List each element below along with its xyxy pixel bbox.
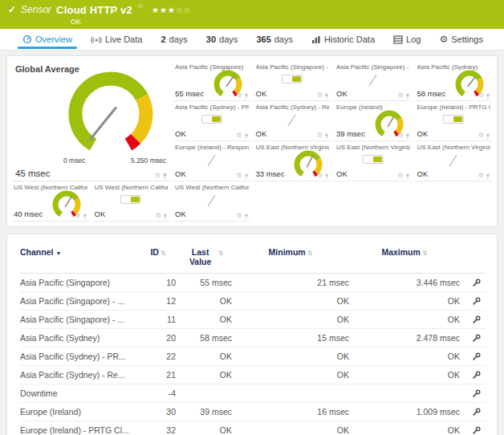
table-row[interactable]: Europe (Ireland) - PRTG Cl... 32 OK OK O… xyxy=(20,421,486,435)
cell-channel[interactable]: Asia Pacific (Singapore) xyxy=(20,278,140,287)
table-row[interactable]: Asia Pacific (Singapore) - ... 11 OK OK … xyxy=(20,311,486,329)
gear-icon[interactable]: ⚙ xyxy=(397,132,403,139)
channel-tile[interactable]: Asia Pacific (Singapore) 55 msec ⚙ xyxy=(173,61,250,101)
pin-icon[interactable] xyxy=(324,133,329,139)
channel-tile[interactable]: US East (Northern Virginia) - ... OK ⚙ xyxy=(335,141,412,181)
column-header-minimum[interactable]: Minimum⇅ xyxy=(232,247,349,257)
pin-icon[interactable] xyxy=(244,133,249,139)
pin-icon[interactable] xyxy=(486,93,490,99)
column-header-maximum[interactable]: Maximum⇅ xyxy=(349,247,460,257)
gear-icon[interactable]: ⚙ xyxy=(317,92,323,99)
pin-icon[interactable] xyxy=(405,93,410,99)
cell-channel[interactable]: Europe (Ireland) xyxy=(20,407,140,417)
channel-tile[interactable]: Europe (Ireland) 39 msec ⚙ xyxy=(335,101,412,141)
table-row[interactable]: Asia Pacific (Sydney) - Re... 21 OK OK O… xyxy=(20,366,486,384)
wrench-icon[interactable] xyxy=(472,426,481,435)
wrench-icon[interactable] xyxy=(472,334,481,343)
gear-icon[interactable]: ⚙ xyxy=(236,92,242,99)
channel-tile[interactable]: US East (Northern Virginia) 33 msec ⚙ xyxy=(254,141,331,181)
channel-tile[interactable]: US East (Northern Virginia) - ... OK ⚙ xyxy=(416,141,493,181)
pin-icon[interactable] xyxy=(244,213,249,219)
gear-icon[interactable]: ⚙ xyxy=(156,213,161,219)
channel-tile[interactable]: Asia Pacific (Sydney) - Respo... OK ⚙ xyxy=(254,101,331,141)
wrench-icon[interactable] xyxy=(472,371,481,380)
tab-label: Overview xyxy=(35,35,72,44)
column-header-last-value[interactable]: Last Value⇅ xyxy=(176,247,232,266)
tab-overview[interactable]: Overview xyxy=(22,29,72,50)
tile-title: Europe (Ireland) - PRTG Cloud... xyxy=(417,104,491,111)
cell-channel[interactable]: Asia Pacific (Singapore) - ... xyxy=(20,315,140,324)
pin-icon[interactable] xyxy=(162,173,168,179)
pin-icon[interactable] xyxy=(486,133,490,139)
cell-channel[interactable]: Asia Pacific (Sydney) xyxy=(20,333,140,343)
pin-icon[interactable] xyxy=(163,213,168,219)
cell-channel[interactable]: Europe (Ireland) - PRTG Cl... xyxy=(20,425,140,435)
tab-log[interactable]: Log xyxy=(393,29,421,50)
cell-channel[interactable]: Downtime xyxy=(20,388,140,398)
channel-tile[interactable]: Europe (Ireland) - PRTG Cloud... OK ⚙ xyxy=(416,101,493,141)
channel-table-panel: Channel▼ ID⇅ Last Value⇅ Minimum⇅ Maximu… xyxy=(6,234,498,435)
wrench-icon[interactable] xyxy=(472,352,481,361)
channel-tile[interactable]: US West (Northern California)... OK ⚙ xyxy=(173,181,250,222)
gear-icon[interactable]: ⚙ xyxy=(478,132,484,139)
table-row[interactable]: Asia Pacific (Singapore) 10 55 msec 21 m… xyxy=(20,274,486,292)
cell-channel[interactable]: Asia Pacific (Sydney) - Re... xyxy=(20,370,140,380)
pin-icon[interactable] xyxy=(244,93,249,99)
gear-icon[interactable]: ⚙ xyxy=(317,132,323,139)
channel-tile[interactable]: US West (Northern California)... OK ⚙ xyxy=(93,181,170,222)
pin-icon[interactable] xyxy=(244,173,249,179)
cell-maximum: OK xyxy=(349,370,460,380)
table-row[interactable]: Europe (Ireland) 30 39 msec 16 msec 1.00… xyxy=(20,403,486,421)
gear-icon[interactable]: ⚙ xyxy=(155,173,161,179)
channel-tile[interactable]: Europe (Ireland) - Response C... OK ⚙ xyxy=(173,141,250,181)
cell-channel[interactable]: Asia Pacific (Sydney) - PR... xyxy=(20,352,140,361)
channel-tile[interactable]: Asia Pacific (Sydney) 58 msec ⚙ xyxy=(416,61,493,101)
tab-live-data[interactable]: Live Data xyxy=(91,29,142,50)
pin-icon[interactable] xyxy=(324,173,329,179)
pin-icon[interactable] xyxy=(324,93,329,99)
wrench-icon[interactable] xyxy=(472,297,481,306)
wrench-icon[interactable] xyxy=(472,389,481,398)
table-row[interactable]: Asia Pacific (Sydney) - PR... 22 OK OK O… xyxy=(20,348,486,366)
pin-icon[interactable] xyxy=(405,173,410,179)
tab-30-days[interactable]: 30 days xyxy=(206,29,238,50)
channel-tile[interactable]: Asia Pacific (Singapore) - Res... OK ⚙ xyxy=(335,61,412,101)
channel-tile[interactable]: Asia Pacific (Sydney) - PRTG ... OK ⚙ xyxy=(173,101,250,141)
priority-stars[interactable]: ★★★☆☆ xyxy=(152,6,192,14)
pin-icon[interactable] xyxy=(486,173,490,179)
cell-channel[interactable]: Asia Pacific (Singapore) - ... xyxy=(20,296,140,306)
gear-icon[interactable]: ⚙ xyxy=(236,173,242,179)
tab-historic-data[interactable]: Historic Data xyxy=(311,29,375,50)
gear-icon[interactable]: ⚙ xyxy=(397,173,403,179)
tab-2-days[interactable]: 2 days xyxy=(161,29,187,50)
gear-icon[interactable]: ⚙ xyxy=(236,213,242,219)
table-row[interactable]: Downtime -4 xyxy=(20,384,486,403)
column-header-channel[interactable]: Channel▼ xyxy=(20,247,140,257)
pin-icon[interactable] xyxy=(405,133,410,139)
cell-maximum: 2.478 msec xyxy=(349,333,460,343)
channel-tile[interactable]: US West (Northern California) 40 msec ⚙ xyxy=(12,181,89,222)
gear-icon[interactable]: ⚙ xyxy=(478,92,484,99)
cell-last-value: OK xyxy=(176,352,232,361)
cell-minimum: 15 msec xyxy=(232,333,349,343)
object-kind-label: Sensor xyxy=(21,4,51,15)
gear-icon[interactable]: ⚙ xyxy=(478,173,484,179)
global-average-tile[interactable]: Global Average 0 msec 5.250 msec 45 msec… xyxy=(12,61,169,181)
table-row[interactable]: Asia Pacific (Singapore) - ... 12 OK OK … xyxy=(20,292,486,311)
tab-label: Settings xyxy=(451,35,483,44)
channel-tile[interactable]: Asia Pacific (Singapore) - PR... OK ⚙ xyxy=(254,61,331,101)
table-row[interactable]: Asia Pacific (Sydney) 20 58 msec 15 msec… xyxy=(20,329,486,348)
wrench-icon[interactable] xyxy=(472,315,481,324)
cell-minimum: OK xyxy=(232,425,349,435)
cell-maximum: OK xyxy=(349,425,460,435)
tab-365-days[interactable]: 365 days xyxy=(256,29,293,50)
gear-icon[interactable]: ⚙ xyxy=(397,92,403,99)
column-header-id[interactable]: ID⇅ xyxy=(140,247,176,257)
gear-icon[interactable]: ⚙ xyxy=(75,213,80,219)
pin-icon[interactable] xyxy=(83,213,87,219)
gear-icon[interactable]: ⚙ xyxy=(317,173,323,179)
wrench-icon[interactable] xyxy=(472,408,481,417)
tab-settings[interactable]: ⚙ Settings xyxy=(439,29,483,50)
gear-icon[interactable]: ⚙ xyxy=(236,132,242,139)
wrench-icon[interactable] xyxy=(472,278,481,287)
